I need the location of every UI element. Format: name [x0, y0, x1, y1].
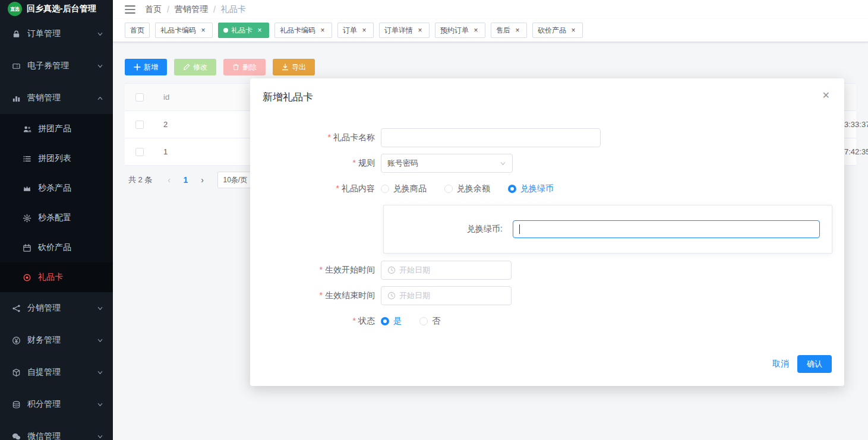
tab-close-icon[interactable]: × [255, 26, 264, 34]
radio-content-兑换绿币[interactable]: 兑换绿币 [508, 183, 554, 194]
sidebar: 直选 回乡真选-后台管理 订单管理电子券管理营销管理拼团产品拼团列表秒杀产品秒杀… [0, 0, 113, 440]
tab-close-icon[interactable]: × [199, 26, 207, 34]
confirm-button[interactable]: 确认 [797, 355, 832, 373]
tab-售后[interactable]: 售后× [491, 23, 527, 38]
edit-button[interactable]: 修改 [174, 59, 216, 75]
sidebar-group-label: 财务管理 [27, 335, 97, 346]
required-asterisk: * [328, 132, 331, 142]
radio-status-否[interactable]: 否 [419, 316, 440, 327]
row-checkbox[interactable] [135, 121, 144, 129]
sidebar-group-label: 电子券管理 [27, 61, 97, 71]
tab-礼品卡[interactable]: 礼品卡× [218, 23, 269, 38]
sidebar-item-拼团列表[interactable]: 拼团列表 [0, 144, 113, 173]
breadcrumb-marketing[interactable]: 营销管理 [175, 4, 208, 15]
add-button[interactable]: 新增 [125, 59, 167, 75]
sidebar-item-礼品卡[interactable]: 礼品卡 [0, 262, 113, 292]
prev-page-button[interactable]: ‹ [160, 172, 177, 188]
chevron-down-icon [97, 369, 103, 376]
sidebar-item-砍价产品[interactable]: 砍价产品 [0, 233, 113, 262]
clock-icon [387, 292, 396, 300]
tab-砍价产品[interactable]: 砍价产品× [532, 23, 583, 38]
sidebar-group-label: 营销管理 [27, 93, 97, 103]
tab-订单[interactable]: 订单× [337, 23, 374, 38]
sidebar-group-分销管理[interactable]: 分销管理 [0, 292, 113, 324]
green-coin-panel: 兑换绿币: [383, 205, 832, 254]
sidebar-group-label: 积分管理 [27, 399, 97, 410]
text-cursor [519, 224, 520, 234]
topbar: 首页 / 营销管理 / 礼品卡 [113, 0, 868, 19]
required-asterisk: * [320, 265, 323, 274]
dialog-footer: 取消 确认 [772, 355, 832, 373]
breadcrumb-current: 礼品卡 [221, 4, 246, 15]
edit-button-label: 修改 [193, 62, 207, 72]
sidebar-item-label: 秒杀产品 [38, 183, 103, 194]
sidebar-group-自提管理[interactable]: 自提管理 [0, 356, 113, 388]
money-icon [12, 336, 21, 345]
close-icon[interactable]: ✕ [822, 91, 830, 100]
tab-预约订单[interactable]: 预约订单× [435, 23, 485, 38]
select-all-checkbox[interactable] [135, 93, 144, 102]
export-button[interactable]: 导出 [273, 59, 315, 75]
sidebar-group-电子券管理[interactable]: 电子券管理 [0, 50, 113, 82]
users-icon [23, 125, 31, 134]
tab-close-icon[interactable]: × [513, 26, 522, 34]
sidebar-group-微信管理[interactable]: 微信管理 [0, 420, 113, 440]
radio-status-是[interactable]: 是 [381, 316, 402, 327]
sidebar-group-财务管理[interactable]: 财务管理 [0, 324, 113, 356]
radio-content-兑换余额[interactable]: 兑换余额 [444, 183, 490, 194]
next-page-button[interactable]: › [194, 172, 210, 188]
breadcrumb-home[interactable]: 首页 [145, 4, 162, 15]
green-coin-input[interactable] [513, 220, 820, 238]
dialog-title: 新增礼品卡 [263, 90, 313, 104]
tab-礼品卡编码[interactable]: 礼品卡编码× [155, 23, 213, 38]
gift-content-radio-group: 兑换商品兑换余额兑换绿币 [381, 183, 572, 194]
tab-close-icon[interactable]: × [416, 26, 424, 34]
create-time-cell: 7:42:35 [844, 147, 868, 156]
menu-fold-icon[interactable] [125, 5, 135, 14]
tab-label: 礼品卡编码 [280, 26, 315, 36]
sidebar-group-订单管理[interactable]: 订单管理 [0, 18, 113, 50]
start-date-input[interactable]: 开始日期 [381, 261, 512, 280]
create-time-cell: 3:33:37 [844, 120, 868, 129]
page-number[interactable]: 1 [177, 172, 194, 188]
share-icon [12, 304, 21, 313]
gift-card-name-input[interactable] [381, 128, 601, 147]
radio-content-兑换商品[interactable]: 兑换商品 [381, 183, 427, 194]
tab-close-icon[interactable]: × [318, 26, 327, 34]
wechat-icon [12, 432, 21, 440]
sidebar-group-积分管理[interactable]: 积分管理 [0, 388, 113, 420]
tab-close-icon[interactable]: × [360, 26, 368, 34]
dialog-body: *礼品卡名称 *规则 账号密码 *礼品内容 兑换商品兑换余额兑换绿币 兑换绿币:… [250, 128, 844, 337]
chevron-down-icon [97, 95, 103, 102]
sidebar-group-营销管理[interactable]: 营销管理 [0, 82, 113, 114]
row-checkbox[interactable] [135, 148, 144, 156]
sidebar-group-label: 微信管理 [27, 431, 97, 440]
start-time-label: *生效开始时间 [250, 265, 381, 276]
rule-select[interactable]: 账号密码 [381, 154, 513, 173]
tab-label: 礼品卡编码 [160, 26, 196, 36]
end-date-input[interactable]: 开始日期 [381, 286, 512, 305]
sidebar-item-秒杀配置[interactable]: 秒杀配置 [0, 203, 113, 233]
chevron-down-icon [500, 160, 506, 167]
tags-view-bar: 首页礼品卡编码×礼品卡×礼品卡编码×订单×订单详情×预约订单×售后×砍价产品× [113, 19, 868, 42]
tab-label: 礼品卡 [231, 26, 252, 36]
date-placeholder: 开始日期 [399, 290, 430, 301]
sidebar-item-拼团产品[interactable]: 拼团产品 [0, 114, 113, 144]
required-asterisk: * [320, 290, 323, 300]
tab-close-icon[interactable]: × [472, 26, 480, 34]
tab-礼品卡编码[interactable]: 礼品卡编码× [274, 23, 332, 38]
sidebar-item-秒杀产品[interactable]: 秒杀产品 [0, 173, 113, 203]
radio-icon [508, 185, 516, 193]
required-asterisk: * [353, 316, 356, 325]
gear-icon [23, 214, 31, 223]
delete-button-label: 删除 [242, 62, 257, 72]
rule-select-value: 账号密码 [387, 158, 418, 169]
cancel-button[interactable]: 取消 [772, 359, 789, 369]
tab-订单详情[interactable]: 订单详情× [379, 23, 430, 38]
chevron-down-icon [97, 31, 103, 37]
delete-button[interactable]: 删除 [223, 59, 266, 75]
breadcrumb: 首页 / 营销管理 / 礼品卡 [145, 4, 246, 15]
tab-close-icon[interactable]: × [569, 26, 577, 34]
download-icon [282, 64, 289, 71]
tab-首页[interactable]: 首页 [125, 23, 150, 38]
